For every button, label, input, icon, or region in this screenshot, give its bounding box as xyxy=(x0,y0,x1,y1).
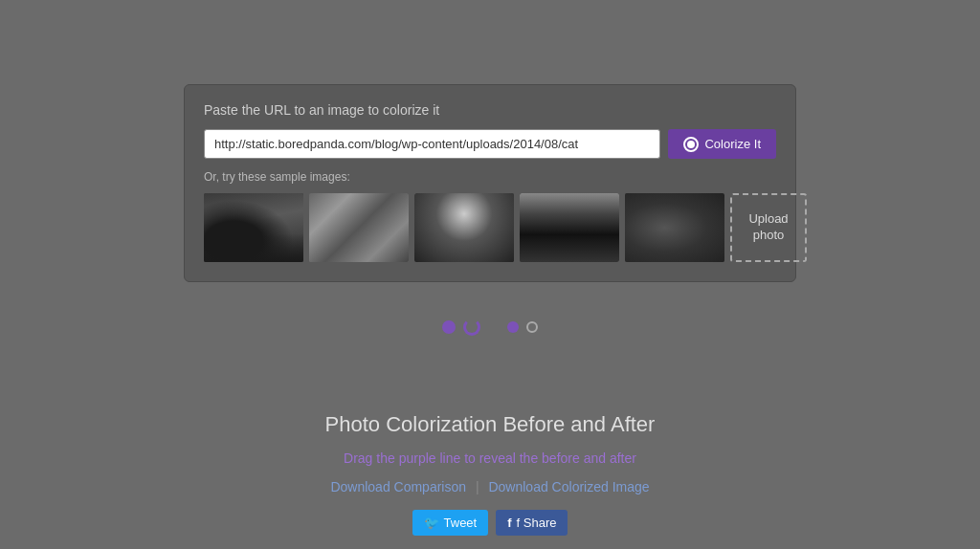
colorize-button-label: Colorize It xyxy=(704,137,761,151)
tweet-label: Tweet xyxy=(444,516,478,530)
twitter-icon: 🐦 xyxy=(424,516,439,530)
drag-instruction-post: to reveal the before and after xyxy=(460,450,636,466)
separator: | xyxy=(476,479,479,494)
drag-instruction-highlight: purple line xyxy=(399,450,461,466)
spinner-1 xyxy=(463,318,480,336)
facebook-share-button[interactable]: f f Share xyxy=(496,510,568,536)
thumb-2-inner xyxy=(309,193,409,262)
before-after-title: Photo Colorization Before and After xyxy=(325,412,656,437)
download-links-row: Download Comparison | Download Colorized… xyxy=(325,479,656,494)
social-buttons: 🐦 Tweet f f Share xyxy=(325,510,656,536)
sample-label: Or, try these sample images: xyxy=(204,170,776,184)
sample-thumb-1[interactable] xyxy=(204,193,303,262)
colorize-icon xyxy=(683,137,699,152)
url-input[interactable] xyxy=(204,129,660,159)
thumbnails-row: Uploadphoto xyxy=(204,193,776,262)
sample-thumb-2[interactable] xyxy=(309,193,409,262)
upload-photo-label: Uploadphoto xyxy=(748,211,788,244)
thumb-4-inner xyxy=(520,193,619,262)
sample-thumb-4[interactable] xyxy=(520,193,619,262)
main-container: Paste the URL to an image to colorize it… xyxy=(0,0,980,536)
drag-instruction-pre: Drag the xyxy=(344,450,399,466)
sample-thumb-5[interactable] xyxy=(625,193,724,262)
thumb-3-inner xyxy=(414,193,514,262)
dot-1 xyxy=(442,320,456,334)
bottom-section: Photo Colorization Before and After Drag… xyxy=(325,412,656,536)
facebook-icon: f xyxy=(507,516,511,530)
download-comparison-link[interactable]: Download Comparison xyxy=(330,479,466,494)
upload-photo-box[interactable]: Uploadphoto xyxy=(730,193,807,262)
colorize-button[interactable]: Colorize It xyxy=(668,129,776,159)
drag-instruction: Drag the purple line to reveal the befor… xyxy=(325,450,656,466)
dots-area xyxy=(442,318,538,336)
sample-thumb-3[interactable] xyxy=(414,193,514,262)
thumb-1-inner xyxy=(204,193,303,262)
dot-2 xyxy=(507,321,519,333)
tweet-button[interactable]: 🐦 Tweet xyxy=(412,510,489,536)
download-colorized-link[interactable]: Download Colorized Image xyxy=(488,479,649,494)
thumb-5-inner xyxy=(625,193,724,262)
share-label: f Share xyxy=(517,516,557,530)
dot-outline xyxy=(526,321,538,333)
url-row: Colorize It xyxy=(204,129,776,159)
card-title: Paste the URL to an image to colorize it xyxy=(204,102,776,118)
colorize-card: Paste the URL to an image to colorize it… xyxy=(184,84,796,282)
